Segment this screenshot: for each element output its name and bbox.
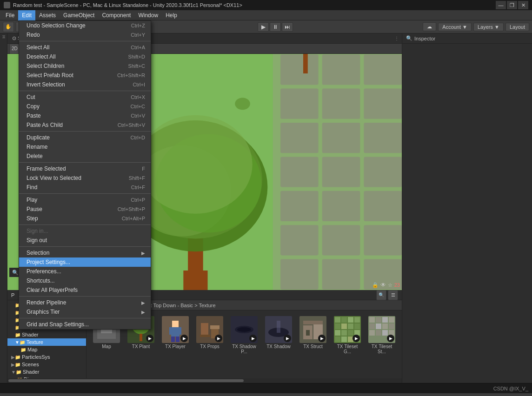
- menu-item-paste-as-child[interactable]: Paste As ChildCtrl+Shift+V: [19, 120, 151, 130]
- menu-item-label: Invert Selection: [27, 81, 65, 88]
- menu-item-label: Delete: [27, 153, 43, 159]
- menu-separator-34: [19, 296, 151, 297]
- menu-item-label: Render Pipeline: [27, 299, 66, 306]
- menu-item-label: Graphics Tier: [27, 309, 60, 315]
- menu-item-shortcut: Ctrl+V: [131, 113, 145, 119]
- menu-item-copy[interactable]: CopyCtrl+C: [19, 102, 151, 111]
- menu-item-lock-view-to-selected[interactable]: Lock View to SelectedShift+F: [19, 173, 151, 183]
- menu-item-label: Shortcuts...: [27, 277, 55, 284]
- menu-item-label: Redo: [27, 32, 40, 38]
- menu-item-rename[interactable]: Rename: [19, 142, 151, 152]
- menu-item-deselect-all[interactable]: Deselect AllShift+D: [19, 52, 151, 61]
- menu-item-find[interactable]: FindCtrl+F: [19, 183, 151, 192]
- menu-item-label: Select Prefab Root: [27, 72, 73, 79]
- menu-item-play[interactable]: PlayCtrl+P: [19, 195, 151, 205]
- menu-separator-8: [19, 91, 151, 91]
- menu-item-delete[interactable]: Delete: [19, 152, 151, 161]
- menu-item-label: Duplicate: [27, 134, 50, 141]
- menu-item-graphics-tier[interactable]: Graphics Tier▶: [19, 307, 151, 317]
- menu-item-pause[interactable]: PauseCtrl+Shift+P: [19, 205, 151, 214]
- menu-item-duplicate[interactable]: DuplicateCtrl+D: [19, 133, 151, 142]
- menu-item-label: Find: [27, 184, 37, 191]
- menu-item-shortcut: Ctrl+Y: [131, 32, 145, 38]
- menu-separator-37: [19, 318, 151, 318]
- menu-item-label: Selection: [27, 250, 49, 256]
- menu-separator-2: [19, 41, 151, 41]
- menu-item-shortcut: Shift+C: [128, 63, 145, 69]
- menu-item-label: Paste: [27, 112, 41, 119]
- menu-separator-17: [19, 162, 151, 163]
- menu-item-label: Sign out: [27, 237, 47, 244]
- menu-item-shortcut: Ctrl+X: [131, 94, 145, 100]
- menu-item-label: Select All: [27, 44, 49, 51]
- menu-item-label: Paste As Child: [27, 122, 63, 128]
- menu-item-label: Select Children: [27, 63, 64, 69]
- menu-item-paste[interactable]: PasteCtrl+V: [19, 111, 151, 120]
- menu-item-undo-selection-change[interactable]: Undo Selection ChangeCtrl+Z: [19, 21, 151, 30]
- menu-item-label: Rename: [27, 144, 47, 150]
- menu-item-label: Cut: [27, 94, 35, 100]
- submenu-arrow-icon: ▶: [141, 251, 145, 256]
- menu-item-label: Step: [27, 215, 38, 222]
- menu-item-grid-and-snap-settings---[interactable]: Grid and Snap Settings...: [19, 320, 151, 329]
- menu-item-redo[interactable]: RedoCtrl+Y: [19, 30, 151, 40]
- menu-item-shortcut: Ctrl+Shift+R: [117, 73, 145, 78]
- menu-item-label: Copy: [27, 103, 40, 110]
- menu-item-step[interactable]: StepCtrl+Alt+P: [19, 214, 151, 223]
- menu-item-shortcut: Shift+D: [128, 54, 145, 59]
- menu-item-invert-selection[interactable]: Invert SelectionCtrl+I: [19, 80, 151, 89]
- menu-separator-13: [19, 131, 151, 132]
- submenu-arrow-icon: ▶: [141, 300, 145, 305]
- menu-item-label: Play: [27, 197, 37, 203]
- menu-item-selection[interactable]: Selection▶: [19, 248, 151, 257]
- menu-item-shortcut: Ctrl+C: [131, 104, 145, 109]
- menu-separator-21: [19, 193, 151, 194]
- menu-item-select-children[interactable]: Select ChildrenShift+C: [19, 61, 151, 71]
- menu-item-label: Grid and Snap Settings...: [27, 321, 89, 328]
- menu-item-project-settings---[interactable]: Project Settings...: [19, 257, 151, 267]
- menu-item-select-prefab-root[interactable]: Select Prefab RootCtrl+Shift+R: [19, 71, 151, 80]
- menu-item-shortcuts---[interactable]: Shortcuts...: [19, 276, 151, 285]
- menu-item-shortcut: F: [142, 166, 145, 172]
- menu-separator-28: [19, 246, 151, 247]
- menu-item-shortcut: Ctrl+A: [131, 45, 145, 50]
- menu-item-label: Preferences...: [27, 268, 61, 275]
- menu-item-shortcut: Shift+F: [129, 175, 145, 181]
- menu-item-preferences---[interactable]: Preferences...: [19, 267, 151, 276]
- menu-item-render-pipeline[interactable]: Render Pipeline▶: [19, 298, 151, 307]
- menu-item-shortcut: Ctrl+Alt+P: [122, 216, 145, 221]
- menu-item-label: Deselect All: [27, 53, 56, 60]
- menu-item-shortcut: Ctrl+Z: [131, 23, 145, 28]
- menu-item-shortcut: Ctrl+P: [131, 197, 145, 203]
- menu-item-label: Lock View to Selected: [27, 175, 81, 181]
- menu-item-label: Sign in...: [27, 228, 48, 234]
- menu-item-cut[interactable]: CutCtrl+X: [19, 92, 151, 102]
- menu-item-shortcut: Ctrl+F: [131, 185, 145, 190]
- menu-item-shortcut: Ctrl+D: [131, 135, 145, 140]
- dropdown-menu: Undo Selection ChangeCtrl+ZRedoCtrl+YSel…: [19, 20, 151, 330]
- menu-item-label: Project Settings...: [27, 259, 70, 265]
- menu-item-label: Clear All PlayerPrefs: [27, 287, 78, 293]
- menu-item-sign-in---: Sign in...: [19, 226, 151, 236]
- submenu-arrow-icon: ▶: [141, 310, 145, 315]
- menu-item-select-all[interactable]: Select AllCtrl+A: [19, 43, 151, 52]
- menu-item-shortcut: Ctrl+Shift+P: [118, 206, 145, 212]
- menu-item-sign-out[interactable]: Sign out: [19, 236, 151, 245]
- menu-separator-25: [19, 224, 151, 225]
- menu-item-frame-selected[interactable]: Frame SelectedF: [19, 164, 151, 173]
- menu-item-label: Pause: [27, 206, 42, 212]
- menu-item-clear-all-playerprefs[interactable]: Clear All PlayerPrefs: [19, 285, 151, 295]
- menu-item-shortcut: Ctrl+Shift+V: [118, 122, 145, 128]
- menu-item-label: Undo Selection Change: [27, 22, 86, 29]
- menu-item-shortcut: Ctrl+I: [133, 82, 145, 87]
- menu-item-label: Frame Selected: [27, 165, 66, 172]
